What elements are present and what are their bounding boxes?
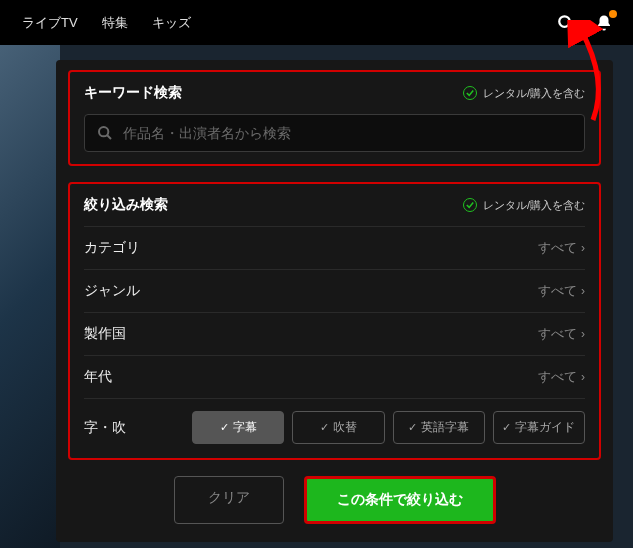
notifications-icon[interactable] <box>589 8 619 38</box>
filter-label: ジャンル <box>84 282 140 300</box>
filter-row-category[interactable]: カテゴリ すべて› <box>84 226 585 269</box>
action-row: クリア この条件で絞り込む <box>68 476 601 524</box>
check-icon: ✓ <box>220 421 229 434</box>
nav-kids[interactable]: キッズ <box>140 14 203 32</box>
clear-button[interactable]: クリア <box>174 476 284 524</box>
svg-point-3 <box>99 127 108 136</box>
keyword-input[interactable] <box>123 125 572 141</box>
search-field-icon <box>97 125 113 141</box>
subdub-label: 字・吹 <box>84 419 184 437</box>
pill-dub[interactable]: ✓吹替 <box>292 411 384 444</box>
filter-section: 絞り込み検索 レンタル/購入を含む カテゴリ すべて› ジャンル すべて› 製作… <box>68 182 601 460</box>
search-panel: キーワード検索 レンタル/購入を含む 絞り込み検索 レンタル/購入を含む <box>56 60 613 542</box>
check-icon: ✓ <box>408 421 417 434</box>
search-icon[interactable] <box>551 8 581 38</box>
chevron-right-icon: › <box>581 370 585 384</box>
filter-row-country[interactable]: 製作国 すべて› <box>84 312 585 355</box>
filter-value: すべて› <box>538 239 585 257</box>
top-bar: ライブTV 特集 キッズ <box>0 0 633 45</box>
pill-eng-sub[interactable]: ✓英語字幕 <box>393 411 485 444</box>
filter-label: 製作国 <box>84 325 126 343</box>
keyword-title: キーワード検索 <box>84 84 182 102</box>
background-art <box>0 45 60 548</box>
keyword-search-field[interactable] <box>84 114 585 152</box>
filter-value: すべて› <box>538 325 585 343</box>
filter-label: 年代 <box>84 368 112 386</box>
chevron-right-icon: › <box>581 284 585 298</box>
filter-title: 絞り込み検索 <box>84 196 168 214</box>
filter-rental-toggle[interactable]: レンタル/購入を含む <box>463 198 585 213</box>
notification-dot <box>609 10 617 18</box>
check-icon <box>463 198 477 212</box>
nav-live-tv[interactable]: ライブTV <box>10 14 90 32</box>
check-icon <box>463 86 477 100</box>
apply-button[interactable]: この条件で絞り込む <box>304 476 496 524</box>
nav-feature[interactable]: 特集 <box>90 14 140 32</box>
keyword-rental-toggle[interactable]: レンタル/購入を含む <box>463 86 585 101</box>
svg-point-0 <box>559 16 570 27</box>
rental-label: レンタル/購入を含む <box>483 86 585 101</box>
pill-subtitle[interactable]: ✓字幕 <box>192 411 284 444</box>
svg-line-1 <box>568 25 573 30</box>
svg-line-4 <box>107 135 111 139</box>
keyword-section: キーワード検索 レンタル/購入を含む <box>68 70 601 166</box>
check-icon: ✓ <box>320 421 329 434</box>
chevron-right-icon: › <box>581 241 585 255</box>
filter-row-genre[interactable]: ジャンル すべて› <box>84 269 585 312</box>
rental-label: レンタル/購入を含む <box>483 198 585 213</box>
pill-sub-guide[interactable]: ✓字幕ガイド <box>493 411 585 444</box>
filter-value: すべて› <box>538 368 585 386</box>
filter-row-era[interactable]: 年代 すべて› <box>84 355 585 398</box>
check-icon: ✓ <box>502 421 511 434</box>
filter-label: カテゴリ <box>84 239 140 257</box>
filter-row-subdub: 字・吹 ✓字幕 ✓吹替 ✓英語字幕 ✓字幕ガイド <box>84 398 585 446</box>
filter-value: すべて› <box>538 282 585 300</box>
chevron-right-icon: › <box>581 327 585 341</box>
